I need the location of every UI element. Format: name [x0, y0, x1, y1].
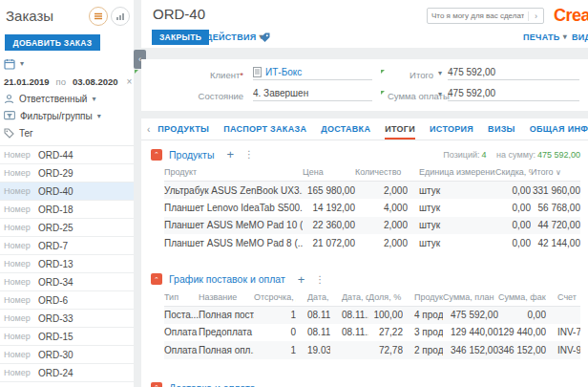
col-qty[interactable]: Количество: [355, 164, 408, 182]
tab[interactable]: ПРОДУКТЫ: [158, 119, 209, 140]
kebab-menu-icon[interactable]: ⋮: [244, 149, 255, 160]
col-date-fact[interactable]: Дата, ф...: [330, 290, 368, 307]
col-price[interactable]: Цена: [303, 164, 355, 182]
order-list-item[interactable]: Номер ORD-33: [0, 310, 134, 328]
tab[interactable]: ИСТОРИЯ: [430, 119, 473, 140]
order-list-item[interactable]: Номер ORD-6: [0, 291, 134, 310]
step-invoice-link[interactable]: [546, 306, 580, 324]
col-sum-fact[interactable]: Сумма, факт: [498, 290, 546, 307]
step-type: Оплата: [164, 324, 199, 342]
step-products-link[interactable]: 2 прод...: [403, 341, 443, 359]
order-number-label: Номер: [4, 204, 38, 214]
order-list-item[interactable]: Номер ORD-44: [0, 146, 134, 164]
date-from[interactable]: 21.01.2019: [4, 76, 50, 87]
step-products-link[interactable]: 4 прод...: [403, 306, 443, 324]
product-total: 331 960,00: [531, 182, 580, 200]
kebab-menu-icon[interactable]: ⋮: [315, 274, 326, 285]
col-product[interactable]: Продукт: [164, 164, 303, 182]
client-link[interactable]: ИТ-Бокс: [265, 67, 302, 77]
step-invoice-link[interactable]: INV-7: [546, 324, 580, 342]
schedule-row[interactable]: Оплата Предоплата ... 0 08.11... 08.11..…: [164, 324, 580, 342]
tabs-scroll-left-icon[interactable]: ‹: [147, 124, 150, 135]
step-type: Оплата: [164, 341, 199, 359]
product-row[interactable]: Ультрабук ASUS ZenBook UX3... 165 980,00…: [164, 182, 580, 200]
col-name[interactable]: Название: [199, 290, 254, 307]
collapse-section-icon[interactable]: ⌃: [151, 149, 162, 161]
analytics-view-button[interactable]: [111, 7, 130, 26]
product-qty: 4,000: [355, 199, 408, 217]
order-list: Номер ORD-44 Номер ORD-29 Номер ORD-40 Н…: [0, 145, 134, 387]
record-tag-button[interactable]: [260, 32, 271, 45]
search-go-icon[interactable]: ›: [528, 11, 543, 21]
view-button[interactable]: ВИД▾: [572, 32, 588, 42]
add-schedule-step-icon[interactable]: +: [298, 273, 305, 286]
order-list-item[interactable]: Номер ORD-15: [0, 328, 134, 346]
command-line[interactable]: ›: [427, 8, 544, 24]
order-list-item[interactable]: Номер ORD-25: [0, 219, 134, 237]
person-icon: [4, 94, 14, 104]
tab[interactable]: ПАСПОРТ ЗАКАЗА: [223, 119, 306, 140]
product-row[interactable]: Планшет Lenovo IdeaTab S500... 14 192,00…: [164, 199, 580, 217]
product-row[interactable]: Планшет ASUS MeMO Pad 10 (... 22 360,00 …: [164, 217, 580, 235]
order-number-value: ORD-13: [38, 259, 74, 269]
tab[interactable]: ИТОГИ: [385, 119, 415, 140]
col-type[interactable]: Тип: [164, 290, 199, 307]
order-list-item[interactable]: Номер ORD-40: [0, 183, 134, 201]
order-list-item[interactable]: Номер ORD-1: [0, 382, 134, 387]
delivery-section-title[interactable]: Доставка и оплата: [169, 382, 256, 387]
detail-tabs-card: ‹ ПРОДУКТЫ ПАСПОРТ ЗАКАЗА ДОСТАВКА ИТОГИ…: [141, 118, 588, 387]
step-invoice-link[interactable]: INV-9: [546, 341, 580, 359]
step-delay: 1: [254, 341, 296, 359]
total-value: 475 592,00: [448, 67, 579, 80]
order-list-item[interactable]: Номер ORD-34: [0, 273, 134, 291]
clear-date-icon[interactable]: ×: [127, 76, 133, 87]
order-list-item[interactable]: Номер ORD-29: [0, 164, 134, 183]
col-total[interactable]: Итого ∨: [531, 164, 580, 182]
owner-filter[interactable]: Ответственный ▾: [4, 94, 130, 104]
col-delay[interactable]: Отсрочка, дней: [254, 290, 296, 307]
state-value[interactable]: 4. Завершен: [253, 88, 372, 101]
col-share[interactable]: Доля, %: [368, 290, 403, 307]
add-product-icon[interactable]: +: [226, 148, 234, 161]
col-invoice[interactable]: Счет: [546, 290, 580, 307]
print-button[interactable]: ПЕЧАТЬ▾: [523, 32, 567, 42]
col-unit[interactable]: Единица измерения: [408, 164, 495, 182]
step-share: 100,00: [368, 306, 403, 324]
col-discount[interactable]: Скидка, %: [495, 164, 531, 182]
schedule-row[interactable]: Оплата Полная опл... 1 19.03... 72,78 2 …: [164, 341, 580, 359]
product-name: Планшет ASUS MeMO Pad 10 (...: [164, 217, 303, 235]
chevron-down-icon[interactable]: ▾: [438, 70, 442, 77]
order-list-item[interactable]: Номер ORD-30: [0, 346, 134, 364]
step-name: Предоплата ...: [199, 324, 254, 342]
date-to[interactable]: 03.08.2020: [73, 76, 118, 87]
step-products-link[interactable]: 3 прод...: [403, 324, 443, 342]
col-sum-plan[interactable]: Сумма, план: [443, 290, 498, 307]
date-filter-toggle[interactable]: ▾: [4, 58, 130, 70]
order-list-item[interactable]: Номер ORD-13: [0, 255, 134, 273]
schedule-section-title[interactable]: График поставок и оплат: [169, 273, 285, 285]
search-input[interactable]: [428, 11, 528, 20]
order-number-value: ORD-18: [38, 204, 74, 215]
collapse-section-icon[interactable]: ⌃: [151, 382, 162, 387]
close-button[interactable]: ЗАКРЫТЬ: [152, 30, 209, 45]
schedule-row[interactable]: Поста... Полная пост... 1 08.11... 08.11…: [164, 306, 580, 324]
date-range-filter[interactable]: 21.01.2019 по 03.08.2020 ×: [4, 76, 130, 87]
tab[interactable]: ОБЩАЯ ИНФОРМАЦИЯ: [530, 119, 588, 140]
col-products[interactable]: Продук...: [403, 290, 443, 307]
tab[interactable]: ДОСТАВКА: [321, 119, 370, 140]
list-view-button[interactable]: [89, 7, 108, 26]
add-order-button[interactable]: ДОБАВИТЬ ЗАКАЗ: [5, 34, 100, 51]
order-list-item[interactable]: Номер ORD-24: [0, 364, 134, 382]
products-section-title[interactable]: Продукты: [169, 149, 214, 161]
tab[interactable]: ВИЗЫ: [488, 119, 515, 140]
actions-button[interactable]: ДЕЙСТВИЯ▾: [206, 32, 263, 42]
order-list-item[interactable]: Номер ORD-7: [0, 237, 134, 255]
order-list-item[interactable]: Номер ORD-18: [0, 201, 134, 219]
col-date-plan[interactable]: Дата, п...: [296, 290, 330, 307]
filters-groups-filter[interactable]: Фильтры/группы ▾: [4, 111, 130, 121]
collapse-section-icon[interactable]: ⌃: [151, 273, 162, 285]
tag-filter[interactable]: Тег: [4, 128, 130, 139]
product-price: 14 192,00: [303, 199, 355, 217]
product-row[interactable]: Планшет ASUS MeMO Pad 8 (... 21 072,00 2…: [164, 234, 580, 252]
product-name: Планшет ASUS MeMO Pad 8 (...: [164, 234, 303, 252]
